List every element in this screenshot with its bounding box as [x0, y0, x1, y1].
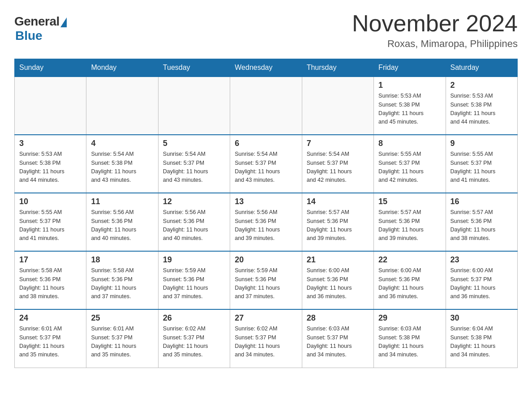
day-number: 13: [235, 197, 297, 206]
day-info: Sunrise: 5:55 AM Sunset: 5:37 PM Dayligh…: [378, 150, 441, 185]
page-header: General Blue November 2024 Roxas, Mimaro…: [14, 11, 518, 50]
weekday-header-saturday: Saturday: [446, 59, 517, 77]
calendar-cell: 14Sunrise: 5:57 AM Sunset: 5:36 PM Dayli…: [302, 193, 373, 251]
day-info: Sunrise: 6:03 AM Sunset: 5:38 PM Dayligh…: [378, 325, 441, 360]
day-info: Sunrise: 6:02 AM Sunset: 5:37 PM Dayligh…: [235, 325, 297, 360]
month-title: November 2024: [352, 11, 518, 36]
day-info: Sunrise: 5:55 AM Sunset: 5:37 PM Dayligh…: [450, 150, 513, 185]
day-info: Sunrise: 5:58 AM Sunset: 5:36 PM Dayligh…: [91, 266, 153, 301]
calendar-cell: 4Sunrise: 5:54 AM Sunset: 5:38 PM Daylig…: [86, 135, 158, 193]
calendar-cell: 17Sunrise: 5:58 AM Sunset: 5:36 PM Dayli…: [15, 251, 86, 309]
day-number: 8: [378, 139, 441, 148]
calendar-cell: 30Sunrise: 6:04 AM Sunset: 5:38 PM Dayli…: [446, 309, 517, 368]
calendar-cell: 22Sunrise: 6:00 AM Sunset: 5:36 PM Dayli…: [374, 251, 446, 309]
day-number: 27: [235, 313, 297, 323]
day-info: Sunrise: 6:00 AM Sunset: 5:37 PM Dayligh…: [450, 266, 513, 301]
day-number: 7: [307, 139, 369, 148]
calendar-cell: 15Sunrise: 5:57 AM Sunset: 5:36 PM Dayli…: [374, 193, 446, 251]
day-info: Sunrise: 6:02 AM Sunset: 5:37 PM Dayligh…: [163, 325, 225, 360]
logo-general-text: General: [14, 14, 60, 29]
calendar-cell: 23Sunrise: 6:00 AM Sunset: 5:37 PM Dayli…: [446, 251, 517, 309]
calendar-cell: 21Sunrise: 6:00 AM Sunset: 5:36 PM Dayli…: [302, 251, 373, 309]
calendar-cell: 1Sunrise: 5:53 AM Sunset: 5:38 PM Daylig…: [374, 77, 446, 135]
day-info: Sunrise: 6:04 AM Sunset: 5:38 PM Dayligh…: [450, 325, 513, 360]
calendar-cell: 25Sunrise: 6:01 AM Sunset: 5:37 PM Dayli…: [86, 309, 158, 368]
location-title: Roxas, Mimaropa, Philippines: [352, 38, 518, 50]
calendar-cell: 18Sunrise: 5:58 AM Sunset: 5:36 PM Dayli…: [86, 251, 158, 309]
calendar-cell: 29Sunrise: 6:03 AM Sunset: 5:38 PM Dayli…: [374, 309, 446, 368]
calendar-cell: [15, 77, 86, 135]
day-info: Sunrise: 5:54 AM Sunset: 5:37 PM Dayligh…: [307, 150, 369, 185]
day-number: 2: [450, 81, 513, 90]
calendar-cell: 6Sunrise: 5:54 AM Sunset: 5:37 PM Daylig…: [230, 135, 302, 193]
calendar-cell: 24Sunrise: 6:01 AM Sunset: 5:37 PM Dayli…: [15, 309, 86, 368]
calendar-cell: 9Sunrise: 5:55 AM Sunset: 5:37 PM Daylig…: [446, 135, 517, 193]
day-number: 17: [19, 255, 82, 265]
day-number: 28: [307, 313, 369, 323]
day-info: Sunrise: 5:58 AM Sunset: 5:36 PM Dayligh…: [19, 266, 82, 301]
day-number: 11: [91, 197, 153, 206]
calendar-cell: 20Sunrise: 5:59 AM Sunset: 5:36 PM Dayli…: [230, 251, 302, 309]
calendar-cell: 26Sunrise: 6:02 AM Sunset: 5:37 PM Dayli…: [158, 309, 230, 368]
day-number: 3: [19, 139, 82, 148]
day-number: 4: [91, 139, 153, 148]
logo-triangle-icon: [60, 17, 67, 27]
calendar-cell: 28Sunrise: 6:03 AM Sunset: 5:37 PM Dayli…: [302, 309, 373, 368]
day-info: Sunrise: 5:54 AM Sunset: 5:37 PM Dayligh…: [235, 150, 297, 185]
day-number: 18: [91, 255, 153, 265]
weekday-header-sunday: Sunday: [15, 59, 86, 77]
day-info: Sunrise: 6:01 AM Sunset: 5:37 PM Dayligh…: [91, 325, 153, 360]
day-number: 1: [378, 81, 441, 90]
weekday-header-monday: Monday: [86, 59, 158, 77]
day-number: 30: [450, 313, 513, 323]
logo: General Blue: [14, 14, 67, 43]
calendar-cell: 2Sunrise: 5:53 AM Sunset: 5:38 PM Daylig…: [446, 77, 517, 135]
day-info: Sunrise: 6:03 AM Sunset: 5:37 PM Dayligh…: [307, 325, 369, 360]
calendar-cell: [86, 77, 158, 135]
calendar-cell: 16Sunrise: 5:57 AM Sunset: 5:36 PM Dayli…: [446, 193, 517, 251]
calendar-cell: 19Sunrise: 5:59 AM Sunset: 5:36 PM Dayli…: [158, 251, 230, 309]
day-number: 16: [450, 197, 513, 206]
day-number: 26: [163, 313, 225, 323]
day-number: 12: [163, 197, 225, 206]
day-info: Sunrise: 5:54 AM Sunset: 5:38 PM Dayligh…: [91, 150, 153, 185]
calendar-cell: 8Sunrise: 5:55 AM Sunset: 5:37 PM Daylig…: [374, 135, 446, 193]
weekday-header-wednesday: Wednesday: [230, 59, 302, 77]
day-number: 10: [19, 197, 82, 206]
day-info: Sunrise: 6:00 AM Sunset: 5:36 PM Dayligh…: [307, 266, 369, 301]
day-info: Sunrise: 5:56 AM Sunset: 5:36 PM Dayligh…: [163, 208, 225, 243]
day-number: 23: [450, 255, 513, 265]
calendar-cell: 10Sunrise: 5:55 AM Sunset: 5:37 PM Dayli…: [15, 193, 86, 251]
day-number: 22: [378, 255, 441, 265]
logo-blue-text: Blue: [15, 29, 43, 43]
calendar-cell: 12Sunrise: 5:56 AM Sunset: 5:36 PM Dayli…: [158, 193, 230, 251]
calendar-cell: 27Sunrise: 6:02 AM Sunset: 5:37 PM Dayli…: [230, 309, 302, 368]
day-info: Sunrise: 5:56 AM Sunset: 5:36 PM Dayligh…: [91, 208, 153, 243]
calendar-cell: 5Sunrise: 5:54 AM Sunset: 5:37 PM Daylig…: [158, 135, 230, 193]
calendar-cell: 11Sunrise: 5:56 AM Sunset: 5:36 PM Dayli…: [86, 193, 158, 251]
title-area: November 2024 Roxas, Mimaropa, Philippin…: [352, 11, 518, 50]
calendar-cell: [230, 77, 302, 135]
day-number: 6: [235, 139, 297, 148]
day-number: 14: [307, 197, 369, 206]
day-number: 15: [378, 197, 441, 206]
calendar-cell: [302, 77, 373, 135]
day-info: Sunrise: 5:56 AM Sunset: 5:36 PM Dayligh…: [235, 208, 297, 243]
day-info: Sunrise: 5:55 AM Sunset: 5:37 PM Dayligh…: [19, 208, 82, 243]
weekday-header-thursday: Thursday: [302, 59, 373, 77]
day-info: Sunrise: 5:57 AM Sunset: 5:36 PM Dayligh…: [450, 208, 513, 243]
day-info: Sunrise: 5:59 AM Sunset: 5:36 PM Dayligh…: [235, 266, 297, 301]
day-number: 5: [163, 139, 225, 148]
day-info: Sunrise: 5:59 AM Sunset: 5:36 PM Dayligh…: [163, 266, 225, 301]
calendar-table: SundayMondayTuesdayWednesdayThursdayFrid…: [14, 59, 518, 368]
day-info: Sunrise: 5:53 AM Sunset: 5:38 PM Dayligh…: [450, 92, 513, 127]
weekday-header-tuesday: Tuesday: [158, 59, 230, 77]
day-number: 21: [307, 255, 369, 265]
calendar-cell: [158, 77, 230, 135]
calendar-cell: 3Sunrise: 5:53 AM Sunset: 5:38 PM Daylig…: [15, 135, 86, 193]
day-number: 24: [19, 313, 82, 323]
day-info: Sunrise: 6:00 AM Sunset: 5:36 PM Dayligh…: [378, 266, 441, 301]
calendar-cell: 7Sunrise: 5:54 AM Sunset: 5:37 PM Daylig…: [302, 135, 373, 193]
day-info: Sunrise: 5:57 AM Sunset: 5:36 PM Dayligh…: [378, 208, 441, 243]
day-number: 9: [450, 139, 513, 148]
